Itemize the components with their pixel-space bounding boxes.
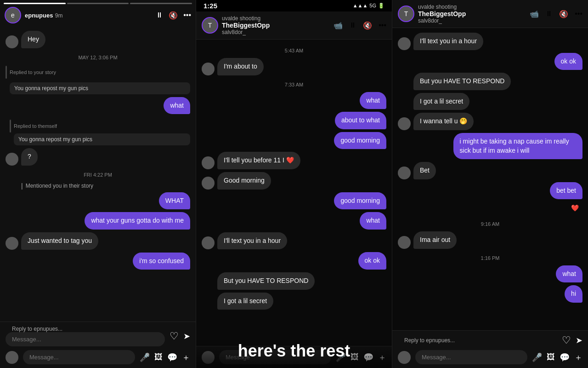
msg-row: I'll tell you before 11 I ❤️ <box>202 152 386 169</box>
msg-row: i'm so confused <box>6 253 190 270</box>
header-info-right: uvalde shooting TheBiggestOpp salv8dor_ <box>418 4 466 24</box>
pause-icon[interactable]: ⏸ <box>156 11 163 20</box>
mention-label: | Mentioned you in their story <box>21 182 190 190</box>
quoted-msg: You gonna repost my gun pics <box>14 133 190 145</box>
bubble: hi <box>565 285 582 303</box>
msg-row: WHAT <box>6 192 190 210</box>
msg-row: ok ok <box>398 53 582 70</box>
msg-avatar <box>6 35 18 48</box>
msg-row: what your guns gotta do with me <box>6 212 190 230</box>
msg-row: what <box>6 97 190 115</box>
mic-icon-right[interactable]: 🎤 <box>532 352 542 362</box>
header-icons-middle[interactable]: 📹 ⏸ 🔇 ••• <box>334 21 386 30</box>
msg-row: I'll text you in a hour <box>202 232 386 250</box>
right-panel: T uvalde shooting TheBiggestOpp salv8dor… <box>392 0 588 368</box>
reply-to-label-right: Reply to epnupues... <box>398 337 557 344</box>
video-icon[interactable]: 📹 <box>334 21 343 30</box>
msg-avatar <box>6 153 18 166</box>
more-icon[interactable]: ••• <box>575 10 582 18</box>
message-input-right[interactable] <box>415 350 527 364</box>
user-avatar-small-right <box>398 351 411 364</box>
image-icon-right[interactable]: 🖼 <box>547 352 555 362</box>
progress-bar-area <box>0 0 196 4</box>
video-icon[interactable]: 📹 <box>530 10 539 18</box>
msg-row: Hey <box>6 31 190 48</box>
bubble: what <box>360 212 386 230</box>
message-input[interactable] <box>6 332 165 346</box>
bubble: ok ok <box>554 53 582 70</box>
bubble: what <box>164 97 190 115</box>
send-icon-right[interactable]: ➤ <box>576 335 582 345</box>
msg-row: I wanna tell u 🤭 <box>398 113 582 130</box>
quoted-msg: You gonna repost my gun pics <box>10 82 190 94</box>
avatar-right: T <box>398 6 414 22</box>
left-panel: e epnupues 9m ⏸ 🔇 ••• Hey MAY 12, 3:06 P… <box>0 0 196 368</box>
input-bar: Reply to epnupues... ♡ ➤ <box>0 322 196 350</box>
sticker-icon-right[interactable]: 💬 <box>560 352 570 362</box>
status-time: 1:25 <box>204 2 217 10</box>
msg-row: ok ok <box>202 252 386 270</box>
bottom-icons-bar: 🎤 🖼 💬 ＋ <box>0 350 196 368</box>
plus-icon-right[interactable]: ＋ <box>574 352 582 363</box>
msg-row: good morning <box>202 192 386 210</box>
bubble: ? <box>21 148 38 166</box>
story-topbar: e epnupues 9m ⏸ 🔇 ••• <box>0 4 196 26</box>
plus-icon[interactable]: ＋ <box>182 352 190 363</box>
msg-avatar <box>398 37 411 50</box>
sticker-icon[interactable]: 💬 <box>167 352 177 362</box>
msg-row: about to what <box>202 112 386 129</box>
timestamp: 7:33 AM <box>202 82 386 87</box>
msg-avatar <box>6 237 18 250</box>
bubble: Good morning <box>217 172 271 190</box>
story-username: epnupues <box>25 12 53 19</box>
right-messages: I'll text you in a hour ok ok But you HA… <box>392 28 588 330</box>
message-input-2[interactable] <box>23 350 135 364</box>
bubble: I got a lil secret <box>217 293 273 310</box>
msg-row: good morning <box>202 132 386 150</box>
story-time: 9m <box>55 12 63 19</box>
header-username-middle: TheBiggestOpp <box>222 22 270 29</box>
heart-icon-right[interactable]: ♡ <box>562 334 571 346</box>
reply-to-label: Reply to epnupues... <box>6 326 165 332</box>
pause-icon[interactable]: ⏸ <box>349 21 356 29</box>
msg-row: Good morning <box>202 172 386 190</box>
more-icon[interactable]: ••• <box>183 11 191 20</box>
msg-row: hi <box>398 285 582 303</box>
avatar-middle: T <box>202 17 218 34</box>
msg-row: ❤️ <box>398 202 582 215</box>
msg-avatar <box>202 177 215 190</box>
msg-avatar <box>398 167 411 179</box>
left-messages: Hey MAY 12, 3:06 PM Replied to your stor… <box>0 26 196 322</box>
bubble: i'm so confused <box>133 253 190 270</box>
bubble: Just wanted to tag you <box>21 232 98 250</box>
heart-icon[interactable]: ♡ <box>170 330 179 342</box>
mute-icon[interactable]: 🔇 <box>559 10 568 18</box>
input-area-right: Reply to epnupues... <box>398 337 557 344</box>
right-bottom-icons-bar: 🎤 🖼 💬 ＋ <box>392 350 588 368</box>
story-controls[interactable]: ⏸ 🔇 ••• <box>156 11 191 20</box>
mute-icon[interactable]: 🔇 <box>363 21 372 30</box>
pause-icon[interactable]: ⏸ <box>545 10 553 18</box>
header-info-middle: uvalde shooting TheBiggestOpp salv8dor_ <box>222 15 270 35</box>
mic-icon[interactable]: 🎤 <box>140 352 150 362</box>
more-icon[interactable]: ••• <box>379 21 386 29</box>
bubble: WHAT <box>159 192 190 210</box>
mute-icon[interactable]: 🔇 <box>169 11 178 20</box>
msg-avatar <box>398 117 411 130</box>
bottom-caption: here's the rest <box>196 338 392 368</box>
bubble: I'll text you in a hour <box>413 33 483 50</box>
bubble: what <box>360 92 386 109</box>
msg-row: I got a lil secret <box>202 293 386 310</box>
status-icons: ▲▲▲ 5G 🔋 <box>353 3 384 9</box>
msg-row: But you HAVE TO RESPOND <box>202 272 386 290</box>
timestamp: 9:16 AM <box>398 221 582 227</box>
image-icon[interactable]: 🖼 <box>154 352 163 362</box>
header-sub-uvalde-right: uvalde shooting <box>418 4 466 10</box>
header-icons-right[interactable]: 📹 ⏸ 🔇 ••• <box>530 10 582 18</box>
msg-row: ? <box>6 148 190 166</box>
bubble: i might be taking a nap cause im really … <box>453 133 582 159</box>
send-icon[interactable]: ➤ <box>183 331 190 341</box>
bubble: what your guns gotta do with me <box>85 212 190 230</box>
story-user-info: epnupues 9m <box>25 11 63 19</box>
signal-icon: ▲▲▲ <box>353 3 368 9</box>
